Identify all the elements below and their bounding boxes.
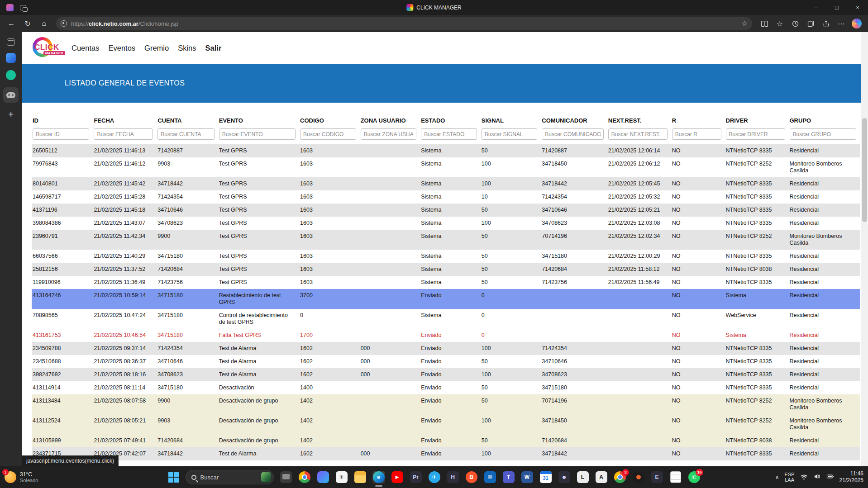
table-row[interactable]: 8014080121/02/2025 11:45:4234718442Test … <box>32 177 860 190</box>
search-input-evento[interactable] <box>219 128 296 140</box>
clock[interactable]: 11:46 21/2/2025 <box>839 470 863 484</box>
share-icon[interactable] <box>819 17 833 30</box>
nav-item-cuentas[interactable]: Cuentas <box>72 44 99 52</box>
site-info-icon[interactable] <box>61 20 67 27</box>
language-indicator[interactable]: ESP LAA <box>785 472 795 483</box>
column-header-codigo[interactable]: CODIGO <box>299 114 360 128</box>
outlook-icon[interactable]: ✉ <box>484 471 496 483</box>
nav-item-skins[interactable]: Skins <box>178 44 196 52</box>
click-app-icon[interactable] <box>3 87 19 103</box>
search-highlight-image[interactable] <box>261 472 271 482</box>
task-view-icon[interactable] <box>280 471 292 483</box>
nav-item-eventos[interactable]: Eventos <box>108 44 135 52</box>
search-input-grupo[interactable] <box>790 128 857 140</box>
column-header-estado[interactable]: ESTADO <box>420 114 481 128</box>
column-header-driver[interactable]: DRIVER <box>725 114 789 128</box>
click-manager-logo[interactable]: CLICK MANAGER <box>32 36 64 60</box>
back-icon[interactable]: ← <box>5 17 18 30</box>
minimize-button[interactable]: – <box>806 0 826 15</box>
table-row[interactable]: 39808438621/02/2025 11:43:0734708623Test… <box>32 217 860 230</box>
youtube-icon[interactable]: ▶ <box>391 471 404 483</box>
split-screen-icon[interactable] <box>758 17 771 30</box>
refresh-icon[interactable]: ↻ <box>21 17 34 30</box>
column-header-comunicador[interactable]: COMUNICADOR <box>541 114 607 128</box>
search-input-cuenta[interactable] <box>157 128 214 140</box>
chrome-icon[interactable] <box>298 471 311 483</box>
app-blue-icon[interactable] <box>6 53 16 63</box>
opera-icon[interactable] <box>632 471 645 483</box>
weather-widget[interactable]: 1 31°C Soleado <box>5 471 38 483</box>
battery-icon[interactable] <box>826 473 834 482</box>
table-row[interactable]: 2396079121/02/2025 11:42:349900Test GPRS… <box>32 230 860 250</box>
app-green-icon[interactable] <box>6 70 16 80</box>
column-header-cuenta[interactable]: CUENTA <box>157 114 218 128</box>
h-app-icon[interactable]: H <box>447 471 459 483</box>
column-header-next-rest-[interactable]: NEXT.REST. <box>607 114 671 128</box>
file-explorer-icon[interactable] <box>354 471 367 483</box>
column-header-zona-usuario[interactable]: ZONA USUARIO <box>360 114 420 128</box>
search-input-codigo[interactable] <box>300 128 356 140</box>
search-input-comunicador[interactable] <box>542 128 603 140</box>
wifi-icon[interactable] <box>800 473 808 482</box>
tab-actions-icon[interactable] <box>7 38 15 46</box>
table-row[interactable]: 41316474621/02/2025 10:59:1434715180Rest… <box>32 289 860 309</box>
table-row[interactable]: 41311348421/02/2025 08:07:589900Desactiv… <box>32 394 860 414</box>
table-row[interactable]: 23450978821/02/2025 09:37:1471424354Test… <box>32 342 860 355</box>
table-row[interactable]: 41311491421/02/2025 08:11:1434715180Desa… <box>32 381 860 394</box>
contacts-icon[interactable]: ☻ <box>558 471 571 483</box>
table-row[interactable]: 41316175321/02/2025 10:46:5434715180Falt… <box>32 329 860 342</box>
google-icon[interactable]: 3 <box>614 471 626 483</box>
column-header-id[interactable]: ID <box>32 114 93 128</box>
chatgpt-icon[interactable]: ✳ <box>335 471 348 483</box>
close-button[interactable]: × <box>847 0 868 15</box>
telegram-icon[interactable]: ✈ <box>428 471 441 483</box>
taskbar-search[interactable]: Buscar <box>186 470 274 484</box>
scrollbar-thumb[interactable] <box>862 118 867 222</box>
column-header-signal[interactable]: SIGNAL <box>481 114 541 128</box>
home-icon[interactable]: ⌂ <box>37 17 51 30</box>
word-icon[interactable]: W <box>521 471 534 483</box>
tab-preview-icon[interactable] <box>20 5 26 10</box>
table-row[interactable]: 7089856521/02/2025 10:47:2434715180Contr… <box>32 309 860 329</box>
search-input-estado[interactable] <box>421 128 477 140</box>
column-header-fecha[interactable]: FECHA <box>93 114 157 128</box>
table-row[interactable]: 6603756621/02/2025 11:40:2934715180Test … <box>32 250 860 263</box>
brave-icon[interactable]: B <box>465 471 478 483</box>
search-input-next-rest-[interactable] <box>608 128 668 140</box>
tray-expand-icon[interactable]: ∧ <box>775 474 779 480</box>
premiere-icon[interactable]: Pr <box>410 471 422 483</box>
favorites-icon[interactable]: ☆ <box>773 17 787 30</box>
nav-item-salir[interactable]: Salir <box>205 44 222 52</box>
search-input-id[interactable] <box>33 128 89 140</box>
table-row[interactable]: 14659871721/02/2025 11:45:2871424354Test… <box>32 190 860 204</box>
table-row[interactable]: 4137119621/02/2025 11:45:1834710646Test … <box>32 204 860 217</box>
copilot-icon[interactable] <box>317 471 329 483</box>
table-row[interactable]: 23451068821/02/2025 08:36:3734710646Test… <box>32 355 860 368</box>
table-row[interactable]: 41310589921/02/2025 07:49:4171420684Desa… <box>32 434 860 447</box>
history-icon[interactable] <box>788 17 802 30</box>
workspace-icon[interactable] <box>6 4 14 11</box>
copilot-icon[interactable] <box>852 19 862 28</box>
column-header-r[interactable]: R <box>671 114 725 128</box>
page-scrollbar[interactable] <box>861 32 868 466</box>
e-app-icon[interactable]: E <box>651 471 663 483</box>
whatsapp-icon[interactable]: ✆16 <box>688 471 701 483</box>
maximize-button[interactable]: □ <box>826 0 847 15</box>
search-input-zona-usuario[interactable] <box>361 128 417 140</box>
collections-icon[interactable] <box>804 17 817 30</box>
bookmark-star-icon[interactable]: ☆ <box>742 19 748 28</box>
edge-icon[interactable]: e <box>372 471 385 483</box>
notepad-icon[interactable] <box>669 471 682 483</box>
l-app-icon[interactable]: L <box>577 471 589 483</box>
table-row[interactable]: 2650511221/02/2025 11:46:1371420887Test … <box>32 144 860 157</box>
volume-icon[interactable] <box>813 473 821 482</box>
start-button[interactable] <box>168 471 180 483</box>
teams-icon[interactable]: T <box>502 471 515 483</box>
table-row[interactable]: 7997684321/02/2025 11:46:129903Test GPRS… <box>32 157 860 177</box>
nav-item-gremio[interactable]: Gremio <box>144 44 169 52</box>
address-bar[interactable]: https://click.netio.com.ar/Click/home.js… <box>56 17 752 30</box>
a-app-icon[interactable]: A <box>595 471 608 483</box>
search-input-driver[interactable] <box>726 128 785 140</box>
table-row[interactable]: 23437171521/02/2025 07:42:0734718442Test… <box>32 447 860 460</box>
add-sidebar-app-icon[interactable]: + <box>8 110 14 119</box>
